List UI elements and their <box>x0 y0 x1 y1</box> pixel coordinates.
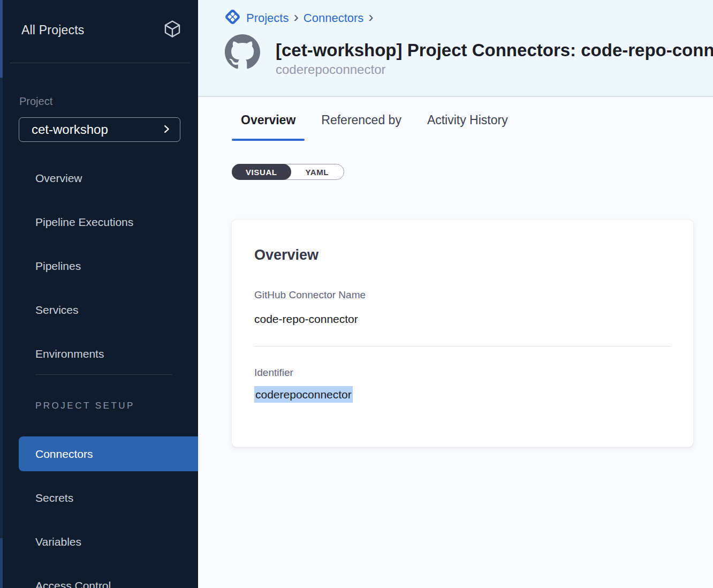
breadcrumb: Projects › Connectors › <box>224 8 374 28</box>
tab-activity-history[interactable]: Activity History <box>418 113 517 141</box>
scroll-indicator-bottom <box>0 538 3 588</box>
sidebar-divider <box>10 63 190 63</box>
sidebar-item-access-control[interactable]: Access Control <box>19 568 198 588</box>
card-divider <box>254 346 671 346</box>
sidebar-scroll-strip <box>0 0 3 588</box>
sidebar-section-divider <box>35 374 172 375</box>
sidebar-item-services[interactable]: Services <box>19 292 198 327</box>
toggle-option-yaml[interactable]: YAML <box>291 168 344 177</box>
breadcrumb-connectors-link[interactable]: Connectors <box>304 11 364 25</box>
cube-icon[interactable] <box>162 18 183 42</box>
project-section-label: Project <box>19 95 52 108</box>
sidebar-item-environments[interactable]: Environments <box>19 336 198 371</box>
chevron-right-icon <box>161 123 172 137</box>
identifier-label: Identifier <box>254 367 671 379</box>
card-title: Overview <box>254 245 671 265</box>
tab-overview[interactable]: Overview <box>232 113 305 141</box>
github-icon <box>225 34 260 70</box>
breadcrumb-separator-icon: › <box>293 11 298 25</box>
page-header: Projects › Connectors › [cet-workshop] P… <box>198 0 713 97</box>
identifier-selected-text[interactable]: coderepoconnector <box>254 386 353 403</box>
sidebar-item-overview[interactable]: Overview <box>19 161 198 195</box>
project-selector-value: cet-workshop <box>32 122 108 137</box>
projects-diamond-icon[interactable] <box>224 8 241 28</box>
app-window: All Projects Project cet-workshop Overvi… <box>0 0 713 588</box>
sidebar-item-pipelines[interactable]: Pipelines <box>19 248 198 283</box>
overview-card: Overview GitHub Connector Name code-repo… <box>232 220 693 447</box>
connector-name-label: GitHub Connector Name <box>254 289 671 301</box>
scroll-indicator-top <box>0 0 3 78</box>
page-subtitle: coderepoconnector <box>276 61 713 78</box>
sidebar-nav-primary: Overview Pipeline Executions Pipelines S… <box>19 161 198 380</box>
breadcrumb-projects-link[interactable]: Projects <box>246 11 289 25</box>
project-selector[interactable]: cet-workshop <box>19 117 180 142</box>
all-projects-label: All Projects <box>21 23 84 37</box>
visual-yaml-toggle: VISUAL YAML <box>232 164 344 180</box>
tab-referenced-by[interactable]: Referenced by <box>312 113 411 141</box>
toggle-option-visual[interactable]: VISUAL <box>232 164 291 180</box>
page-title: [cet-workshop] Project Connectors: code-… <box>276 40 713 61</box>
sidebar-item-pipeline-executions[interactable]: Pipeline Executions <box>19 205 198 239</box>
title-block: [cet-workshop] Project Connectors: code-… <box>276 40 713 78</box>
breadcrumb-separator-icon: › <box>368 11 373 25</box>
all-projects-row[interactable]: All Projects <box>21 18 183 42</box>
tab-bar: Overview Referenced by Activity History <box>232 113 713 141</box>
connector-name-value: code-repo-connector <box>254 313 671 326</box>
identifier-value: coderepoconnector <box>254 388 671 401</box>
sidebar-item-secrets[interactable]: Secrets <box>19 480 198 515</box>
sidebar-item-connectors[interactable]: Connectors <box>19 436 198 471</box>
project-setup-header: PROJECT SETUP <box>35 401 135 411</box>
sidebar-item-variables[interactable]: Variables <box>19 524 198 559</box>
main-content: Projects › Connectors › [cet-workshop] P… <box>198 0 713 588</box>
sidebar: All Projects Project cet-workshop Overvi… <box>0 0 198 588</box>
sidebar-nav-setup: Connectors Secrets Variables Access Cont… <box>19 436 198 588</box>
